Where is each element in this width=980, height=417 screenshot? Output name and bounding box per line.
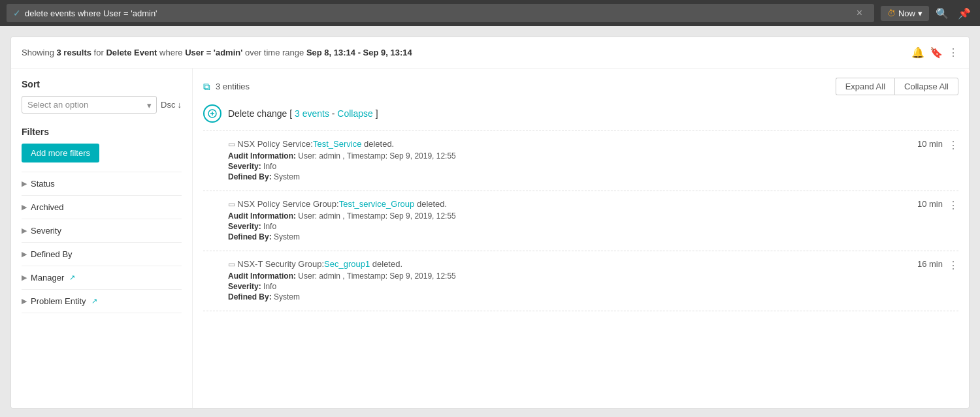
event-defined-value-0: System xyxy=(274,172,300,181)
event-menu-btn-0[interactable]: ⋮ xyxy=(948,139,958,151)
event-menu-btn-1[interactable]: ⋮ xyxy=(948,199,958,211)
expand-all-button[interactable]: Expand All xyxy=(836,78,894,95)
top-bar: ✓ delete events where User = 'admin' × ⏱… xyxy=(0,0,980,26)
event-content-1: ▭ NSX Policy Service Group:Test_service_… xyxy=(228,199,911,243)
bookmark-icon[interactable]: 🔖 xyxy=(930,46,943,59)
group-bracket-close: ] xyxy=(376,108,378,119)
condition: User = 'admin' xyxy=(185,48,242,57)
external-link-icon-problem-entity: ↗ xyxy=(91,297,97,305)
event-defined-0: Defined By: System xyxy=(228,172,911,181)
filter-name-severity: Severity xyxy=(31,226,61,236)
event-audit-label-1: Audit Information: xyxy=(228,211,296,221)
filter-name-defined-by: Defined By xyxy=(31,249,73,259)
event-severity-label-0: Severity: xyxy=(228,162,261,171)
more-options-icon[interactable]: ⋮ xyxy=(948,46,958,59)
event-audit-label-0: Audit Information: xyxy=(228,151,296,161)
event-title-2: ▭ NSX-T Security Group:Sec_group1 delete… xyxy=(228,259,911,269)
event-severity-value-2: Info xyxy=(263,282,276,291)
filter-item-manager[interactable]: ▶ Manager ↗ xyxy=(22,266,182,289)
entities-info: ⧉ 3 entities xyxy=(203,81,250,93)
event-defined-value-1: System xyxy=(274,232,300,241)
chevron-right-icon: ▶ xyxy=(22,203,27,211)
clock-icon: ⏱ xyxy=(887,8,896,18)
group-events-label: 3 events xyxy=(295,108,329,119)
event-audit-value-0: User: admin , Timestamp: Sep 9, 2019, 12… xyxy=(298,151,455,161)
filters-section: Filters Add more filters ▶ Status ▶ Arch… xyxy=(22,127,182,313)
event-defined-label-1: Defined By: xyxy=(228,232,272,241)
filter-icon: ⧉ xyxy=(203,81,210,93)
expand-collapse-buttons: Expand All Collapse All xyxy=(836,78,958,95)
filter-item-defined-by[interactable]: ▶ Defined By xyxy=(22,242,182,266)
search-icon-btn[interactable]: 🔍 xyxy=(933,4,951,22)
event-severity-2: Severity: Info xyxy=(228,282,911,291)
event-severity-label-2: Severity: xyxy=(228,282,261,291)
pin-icon-btn[interactable]: 📌 xyxy=(955,4,973,22)
event-title-link-0[interactable]: Test_Service xyxy=(313,139,361,149)
collapse-all-button[interactable]: Collapse All xyxy=(894,78,958,95)
event-title-prefix-2: NSX-T Security Group: xyxy=(237,259,324,269)
event-right-0: 10 min ⋮ xyxy=(917,139,958,151)
body-layout: Sort Select an option Dsc ↓ xyxy=(11,69,969,408)
chevron-right-icon: ▶ xyxy=(22,297,27,305)
filter-name-archived: Archived xyxy=(31,202,64,212)
chevron-right-icon: ▶ xyxy=(22,250,27,258)
event-severity-label-1: Severity: xyxy=(228,222,261,231)
event-title-link-1[interactable]: Test_service_Group xyxy=(339,199,415,209)
group-events-link[interactable]: 3 events xyxy=(295,108,332,119)
query-bar[interactable]: ✓ delete events where User = 'admin' × xyxy=(7,4,874,22)
event-defined-label-2: Defined By: xyxy=(228,292,272,301)
event-title-1: ▭ NSX Policy Service Group:Test_service_… xyxy=(228,199,911,209)
over-label: over time range xyxy=(245,48,304,57)
main-wrapper: Showing 3 results for Delete Event where… xyxy=(0,26,980,417)
event-menu-btn-2[interactable]: ⋮ xyxy=(948,259,958,271)
filter-item-archived[interactable]: ▶ Archived xyxy=(22,195,182,219)
external-link-icon-manager: ↗ xyxy=(69,273,75,282)
results-top-bar: ⧉ 3 entities Expand All Collapse All xyxy=(203,78,958,95)
query-text: delete events where User = 'admin' xyxy=(25,8,157,18)
sort-order[interactable]: Dsc ↓ xyxy=(161,100,182,110)
filter-name-status: Status xyxy=(31,179,55,189)
filter-item-severity[interactable]: ▶ Severity xyxy=(22,219,182,242)
top-bar-right: ⏱ Now ▾ 🔍 📌 xyxy=(881,4,973,22)
results-area: ⧉ 3 entities Expand All Collapse All xyxy=(193,69,969,408)
event-time-0: 10 min xyxy=(917,139,943,149)
filter-item-status[interactable]: ▶ Status xyxy=(22,172,182,195)
event-defined-label-0: Defined By: xyxy=(228,172,272,181)
event-audit-0: Audit Information: User: admin , Timesta… xyxy=(228,151,911,161)
event-right-2: 16 min ⋮ xyxy=(917,259,958,271)
event-item-1: ▭ NSX Policy Service Group:Test_service_… xyxy=(203,191,958,251)
event-title-link-2[interactable]: Sec_group1 xyxy=(324,259,370,269)
time-range: Sep 8, 13:14 - Sep 9, 13:14 xyxy=(306,48,412,57)
check-icon: ✓ xyxy=(13,8,21,18)
sort-select[interactable]: Select an option xyxy=(22,96,157,114)
event-time-1: 10 min xyxy=(917,199,943,209)
event-title-prefix-0: NSX Policy Service: xyxy=(237,139,313,149)
group-icon xyxy=(203,104,221,123)
add-more-filters-button[interactable]: Add more filters xyxy=(22,144,99,162)
filter-name-manager: Manager xyxy=(31,273,64,283)
chevron-right-icon: ▶ xyxy=(22,273,27,282)
event-severity-value-1: Info xyxy=(263,222,276,231)
sort-order-label: Dsc xyxy=(161,100,175,110)
event-title-suffix-1: deleted. xyxy=(414,199,447,209)
results-header-actions: 🔔 🔖 ⋮ xyxy=(911,46,958,59)
bell-icon[interactable]: 🔔 xyxy=(911,46,924,59)
chevron-right-icon: ▶ xyxy=(22,226,27,235)
sort-arrow-icon: ↓ xyxy=(178,100,182,110)
event-content-0: ▭ NSX Policy Service:Test_Service delete… xyxy=(228,139,911,183)
time-selector[interactable]: ⏱ Now ▾ xyxy=(881,6,929,21)
event-content-2: ▭ NSX-T Security Group:Sec_group1 delete… xyxy=(228,259,911,303)
close-icon[interactable]: × xyxy=(851,7,868,19)
content-card: Showing 3 results for Delete Event where… xyxy=(10,37,970,409)
event-icon-1: ▭ xyxy=(228,200,237,209)
event-severity-1: Severity: Info xyxy=(228,222,911,231)
event-icon-0: ▭ xyxy=(228,140,237,149)
sidebar: Sort Select an option Dsc ↓ xyxy=(11,69,193,408)
event-time-2: 16 min xyxy=(917,259,943,269)
filter-item-problem-entity[interactable]: ▶ Problem Entity ↗ xyxy=(22,289,182,313)
result-count: 3 results xyxy=(57,48,91,57)
sort-select-wrapper[interactable]: Select an option xyxy=(22,96,157,114)
group-collapse-link[interactable]: Collapse xyxy=(337,108,372,119)
sort-label: Sort xyxy=(22,79,182,89)
time-chevron-icon: ▾ xyxy=(918,8,923,18)
